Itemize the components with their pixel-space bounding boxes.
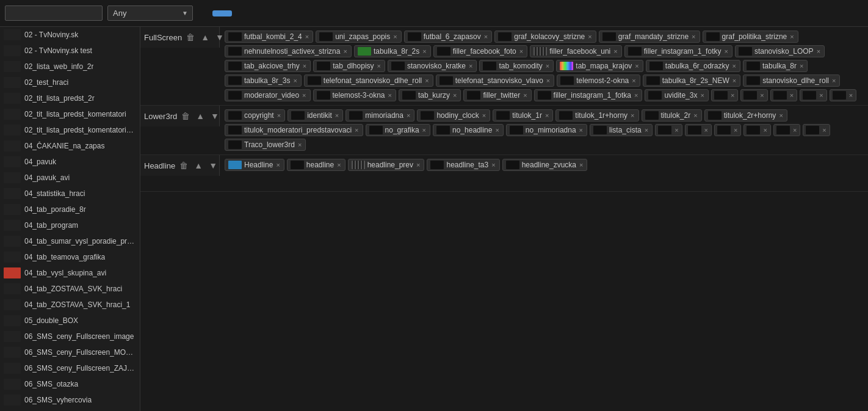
chip-close-icon[interactable]: × bbox=[792, 127, 797, 134]
chip-close-icon[interactable]: × bbox=[523, 92, 527, 99]
track-name[interactable]: Headline bbox=[144, 161, 175, 170]
chip-close-icon[interactable]: × bbox=[422, 48, 427, 55]
sidebar-item[interactable]: 04_tab_teamova_grafika bbox=[0, 249, 140, 265]
chip-close-icon[interactable]: × bbox=[305, 34, 309, 40]
chip-close-icon[interactable]: × bbox=[406, 112, 411, 119]
chip-close-icon[interactable]: × bbox=[546, 78, 551, 84]
chip-close-icon[interactable]: × bbox=[388, 92, 392, 99]
chip-close-icon[interactable]: × bbox=[634, 92, 638, 99]
track-up-button[interactable]: ▲ bbox=[199, 32, 211, 43]
chip-close-icon[interactable]: × bbox=[545, 63, 550, 70]
chip-close-icon[interactable]: × bbox=[452, 92, 457, 99]
track-name[interactable]: FullScreen bbox=[144, 33, 182, 42]
sidebar-item[interactable]: 06_SMS_vyhercovia bbox=[0, 392, 140, 408]
chip-close-icon[interactable]: × bbox=[789, 92, 794, 99]
chip-close-icon[interactable]: × bbox=[335, 112, 339, 119]
sidebar-item[interactable]: 02 - TvNoviny.sk test bbox=[0, 43, 140, 59]
sidebar-item[interactable]: 06_SMS_ceny_Fullscreen_image bbox=[0, 329, 140, 344]
chip-close-icon[interactable]: × bbox=[723, 48, 728, 55]
chip-close-icon[interactable]: × bbox=[587, 34, 592, 40]
sidebar-item[interactable]: 04_pavuk bbox=[0, 154, 140, 170]
sidebar-item[interactable]: 06_SMS_ceny_Fullscreen_MOBIL bbox=[0, 344, 140, 360]
chip-close-icon[interactable]: × bbox=[494, 127, 499, 134]
chip-close-icon[interactable]: × bbox=[822, 127, 826, 134]
chip-close-icon[interactable]: × bbox=[491, 162, 496, 169]
chip-close-icon[interactable]: × bbox=[778, 112, 783, 119]
sidebar-item[interactable]: 02_tit_lista_predst_komentatori bbox=[0, 106, 140, 122]
chip-close-icon[interactable]: × bbox=[730, 92, 735, 99]
sidebar-item[interactable]: 04_statistika_hraci bbox=[0, 186, 140, 202]
chip-close-icon[interactable]: × bbox=[277, 112, 281, 119]
track-down-button[interactable]: ▼ bbox=[209, 111, 221, 122]
any-select[interactable]: Any bbox=[107, 5, 193, 21]
chip-close-icon[interactable]: × bbox=[816, 48, 821, 55]
chip-close-icon[interactable]: × bbox=[799, 63, 804, 70]
chip-close-icon[interactable]: × bbox=[674, 127, 679, 134]
chip-close-icon[interactable]: × bbox=[789, 34, 794, 40]
chip-close-icon[interactable]: × bbox=[392, 34, 397, 40]
chip-close-icon[interactable]: × bbox=[762, 127, 767, 134]
chip-close-icon[interactable]: × bbox=[468, 63, 473, 70]
sidebar-item[interactable]: 02_lista_web_info_2r bbox=[0, 59, 140, 75]
track-down-button[interactable]: ▼ bbox=[207, 160, 219, 171]
chip-close-icon[interactable]: × bbox=[302, 92, 306, 99]
cancel-button[interactable] bbox=[237, 11, 247, 16]
sidebar-item[interactable]: 04_ČAKANIE_na_zapas bbox=[0, 138, 140, 154]
chip-close-icon[interactable]: × bbox=[631, 78, 636, 84]
filter-input[interactable] bbox=[5, 5, 103, 21]
sidebar-item[interactable]: 04_pavuk_avi bbox=[0, 170, 140, 186]
sidebar-item[interactable]: 04_tab_ZOSTAVA_SVK_hraci bbox=[0, 281, 140, 297]
track-delete-button[interactable]: 🗑 bbox=[179, 111, 192, 122]
sidebar-item[interactable]: 02 - TvNoviny.sk bbox=[0, 27, 140, 43]
track-delete-button[interactable]: 🗑 bbox=[178, 160, 190, 171]
chip-close-icon[interactable]: × bbox=[292, 78, 297, 84]
chip-close-icon[interactable]: × bbox=[297, 142, 302, 148]
sidebar-item[interactable]: 04_tab_ZOSTAVA_SVK_hraci_1 bbox=[0, 297, 140, 313]
chip-close-icon[interactable]: × bbox=[732, 78, 737, 84]
sidebar-item[interactable]: 04_tab_poradie_8r bbox=[0, 202, 140, 217]
chip-close-icon[interactable]: × bbox=[819, 92, 823, 99]
chip-close-icon[interactable]: × bbox=[424, 78, 429, 84]
chip-close-icon[interactable]: × bbox=[759, 92, 764, 99]
chip-close-icon[interactable]: × bbox=[732, 63, 737, 70]
chip-close-icon[interactable]: × bbox=[482, 112, 486, 119]
chip-close-icon[interactable]: × bbox=[302, 63, 307, 70]
chip-close-icon[interactable]: × bbox=[630, 112, 635, 119]
chip-close-icon[interactable]: × bbox=[691, 34, 696, 40]
sidebar-item[interactable]: 04_tab_vysl_skupina_avi bbox=[0, 265, 140, 281]
track-up-button[interactable]: ▲ bbox=[192, 160, 204, 171]
track-delete-button[interactable]: 🗑 bbox=[184, 32, 197, 43]
chip-close-icon[interactable]: × bbox=[377, 63, 382, 70]
chip-close-icon[interactable]: × bbox=[693, 112, 698, 119]
chip-close-icon[interactable]: × bbox=[634, 63, 639, 70]
sidebar-item[interactable]: 02_tit_lista_predst_2r bbox=[0, 90, 140, 106]
sidebar-item[interactable]: 04_tab_program bbox=[0, 217, 140, 233]
chip-close-icon[interactable]: × bbox=[483, 34, 488, 40]
chip-close-icon[interactable]: × bbox=[579, 162, 584, 169]
chip-close-icon[interactable]: × bbox=[848, 92, 853, 99]
track-name[interactable]: Lower3rd bbox=[144, 112, 177, 121]
sidebar-item[interactable]: 02_tit_lista_predst_komentatori_Lava bbox=[0, 122, 140, 138]
sidebar-item[interactable]: 05_double_BOX bbox=[0, 313, 140, 329]
track-up-button[interactable]: ▲ bbox=[194, 111, 206, 122]
chip-close-icon[interactable]: × bbox=[704, 127, 709, 134]
chip-close-icon[interactable]: × bbox=[613, 48, 618, 55]
chip-close-icon[interactable]: × bbox=[579, 127, 584, 134]
done-button[interactable] bbox=[212, 10, 232, 16]
sidebar-item[interactable]: 02_test_hraci bbox=[0, 75, 140, 90]
sidebar-item[interactable]: 04_tab_sumar_vysl_poradie_program bbox=[0, 233, 140, 249]
chip-close-icon[interactable]: × bbox=[831, 78, 836, 84]
chip-close-icon[interactable]: × bbox=[519, 48, 524, 55]
new-track-button[interactable] bbox=[198, 11, 208, 16]
chip-close-icon[interactable]: × bbox=[733, 127, 738, 134]
chip-close-icon[interactable]: × bbox=[336, 162, 341, 169]
chip-close-icon[interactable]: × bbox=[422, 127, 427, 134]
chip-close-icon[interactable]: × bbox=[354, 127, 359, 134]
sidebar-item[interactable]: 06_SMS_otazka bbox=[0, 376, 140, 392]
chip-close-icon[interactable]: × bbox=[544, 112, 549, 119]
chip-close-icon[interactable]: × bbox=[275, 162, 280, 169]
chip-close-icon[interactable]: × bbox=[416, 162, 421, 169]
chip-close-icon[interactable]: × bbox=[644, 127, 649, 134]
chip-close-icon[interactable]: × bbox=[700, 92, 704, 99]
chip-close-icon[interactable]: × bbox=[342, 48, 347, 55]
